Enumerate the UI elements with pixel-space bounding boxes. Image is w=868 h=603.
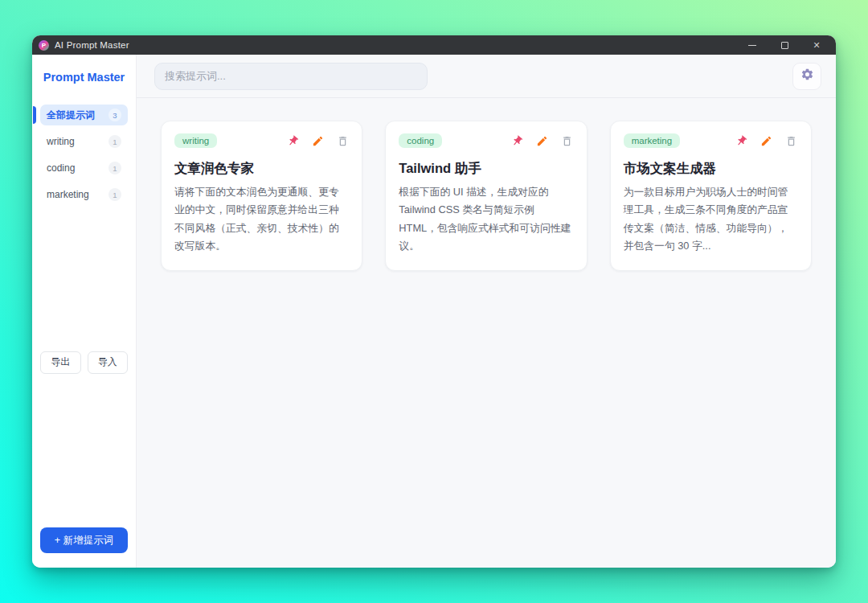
prompt-title: 市场文案生成器 xyxy=(624,160,798,178)
import-button[interactable]: 导入 xyxy=(88,351,129,374)
tag-badge: marketing xyxy=(624,133,681,148)
sidebar-item-marketing[interactable]: marketing 1 xyxy=(40,184,128,205)
edit-icon[interactable] xyxy=(311,134,324,147)
tag-badge: writing xyxy=(174,133,217,148)
sidebar-item-label: writing xyxy=(47,136,75,147)
pin-icon[interactable] xyxy=(735,134,748,147)
count-badge: 1 xyxy=(108,135,121,148)
gear-icon xyxy=(800,68,814,84)
edit-icon[interactable] xyxy=(760,134,773,147)
tag-badge: coding xyxy=(399,133,442,148)
titlebar: P AI Prompt Master ✕ xyxy=(32,35,836,55)
app-logo-icon: P xyxy=(39,40,49,51)
minimize-button[interactable] xyxy=(736,35,768,55)
settings-button[interactable] xyxy=(792,63,821,90)
pin-icon[interactable] xyxy=(511,134,524,147)
prompt-card: coding Tailwind 助手 根据下面的 UI 描述，生成对应的 Tai… xyxy=(385,121,587,271)
prompt-card: marketing 市场文案生成器 为一款目标用户为职场人士的时间管理工具，生成… xyxy=(610,121,812,271)
maximize-button[interactable] xyxy=(768,35,800,55)
count-badge: 3 xyxy=(108,109,121,121)
close-button[interactable]: ✕ xyxy=(800,35,833,55)
add-prompt-button[interactable]: + 新增提示词 xyxy=(40,527,128,553)
prompt-title: 文章润色专家 xyxy=(174,160,349,178)
sidebar-item-label: coding xyxy=(47,162,75,174)
prompt-card-grid: writing 文章润色专家 请将下面的文本润色为更通顺、更专业的中文，同时保留… xyxy=(137,98,836,568)
brand-title: Prompt Master xyxy=(40,71,128,84)
delete-icon[interactable] xyxy=(785,134,798,147)
pin-icon[interactable] xyxy=(286,134,299,147)
delete-icon[interactable] xyxy=(336,134,349,147)
app-window: P AI Prompt Master ✕ Prompt Master 全部提示词… xyxy=(32,35,836,568)
main-header xyxy=(137,55,836,98)
prompt-title: Tailwind 助手 xyxy=(399,160,573,178)
main-area: writing 文章润色专家 请将下面的文本润色为更通顺、更专业的中文，同时保留… xyxy=(137,55,836,568)
edit-icon[interactable] xyxy=(536,134,549,147)
delete-icon[interactable] xyxy=(561,134,574,147)
sidebar: Prompt Master 全部提示词 3 writing 1 coding 1… xyxy=(32,55,137,568)
maximize-icon xyxy=(781,42,788,49)
sidebar-item-label: marketing xyxy=(47,189,89,200)
minimize-icon xyxy=(748,45,756,46)
category-nav: 全部提示词 3 writing 1 coding 1 marketing 1 xyxy=(40,105,128,205)
active-accent-bar xyxy=(33,106,36,124)
prompt-description: 请将下面的文本润色为更通顺、更专业的中文，同时保留原意并给出三种不同风格（正式、… xyxy=(174,183,349,256)
app-title: AI Prompt Master xyxy=(55,40,129,50)
prompt-description: 为一款目标用户为职场人士的时间管理工具，生成三条不同角度的产品宣传文案（简洁、情… xyxy=(624,183,798,256)
count-badge: 1 xyxy=(108,188,121,201)
sidebar-item-label: 全部提示词 xyxy=(47,109,95,122)
sidebar-item-all-prompts[interactable]: 全部提示词 3 xyxy=(40,105,128,125)
sidebar-item-coding[interactable]: coding 1 xyxy=(40,158,128,178)
search-input[interactable] xyxy=(154,63,428,90)
prompt-card: writing 文章润色专家 请将下面的文本润色为更通顺、更专业的中文，同时保留… xyxy=(161,121,362,271)
export-button[interactable]: 导出 xyxy=(40,351,81,374)
sidebar-item-writing[interactable]: writing 1 xyxy=(40,131,128,152)
count-badge: 1 xyxy=(108,162,121,174)
prompt-description: 根据下面的 UI 描述，生成对应的 Tailwind CSS 类名与简短示例 H… xyxy=(399,183,573,256)
